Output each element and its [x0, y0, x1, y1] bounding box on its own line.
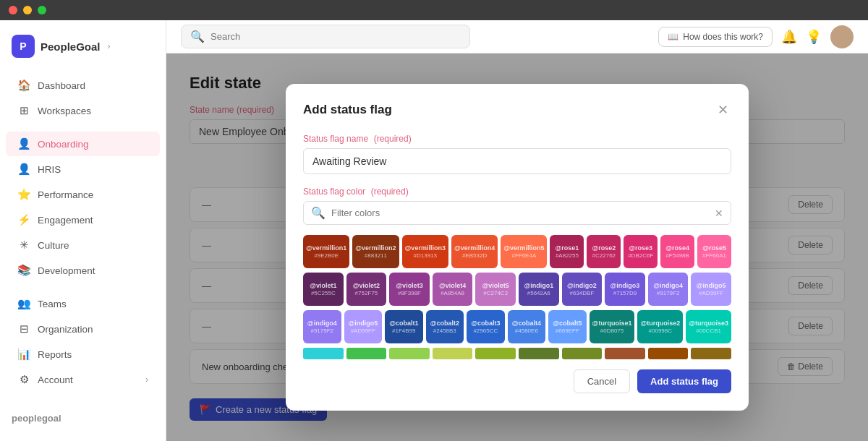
- reports-icon: 📊: [17, 348, 30, 361]
- sidebar-item-label: HRIS: [38, 164, 61, 175]
- color-swatch[interactable]: @indigo2#634DBF: [562, 273, 603, 306]
- add-status-flag-modal: Add status flag ✕ Status flag name (requ…: [286, 84, 749, 411]
- nav-section-apps: 👤 Onboarding 👤 HRIS ⭐ Performance ⚡ Enga…: [0, 132, 166, 283]
- brand-logo: P: [12, 35, 35, 58]
- book-icon: 📖: [668, 32, 678, 42]
- app-container: P PeopleGoal › 🏠 Dashboard ⊞ Workspaces …: [0, 20, 868, 441]
- sidebar-item-onboarding[interactable]: 👤 Onboarding: [6, 132, 160, 156]
- color-swatch[interactable]: @vermillion4#EB532D: [451, 235, 498, 268]
- modal-close-button[interactable]: ✕: [714, 101, 731, 119]
- how-does-button[interactable]: 📖 How does this work?: [658, 27, 773, 47]
- color-swatch[interactable]: @indigo3#7157D9: [605, 273, 645, 306]
- color-swatch[interactable]: @violet5#C274C2: [475, 273, 516, 306]
- color-swatch[interactable]: @rose5#FF66A1: [697, 235, 731, 268]
- color-grid-row3: @indigo4#9179F2@indigo5#AD99FF@cobalt1#1…: [303, 310, 731, 343]
- topbar: 🔍 📖 How does this work? 🔔 💡: [166, 20, 868, 53]
- color-swatch[interactable]: @indigo4#9179F2: [648, 273, 689, 306]
- sidebar-item-label: Engagement: [38, 215, 93, 226]
- sidebar-item-hris[interactable]: 👤 HRIS: [6, 157, 160, 181]
- maximize-button[interactable]: [38, 6, 46, 14]
- color-swatch[interactable]: @violet3#8F398F: [389, 273, 430, 306]
- strip-color-swatch[interactable]: [562, 348, 603, 359]
- sidebar-item-development[interactable]: 📚 Development: [6, 258, 160, 283]
- sidebar-item-reports[interactable]: 📊 Reports: [6, 342, 160, 367]
- sidebar-item-organization[interactable]: ⊟ Organization: [6, 317, 160, 341]
- color-swatch[interactable]: @cobalt4#4580E6: [508, 310, 546, 343]
- color-field-label: Status flag color (required): [303, 186, 731, 197]
- sidebar-item-label: Performance: [38, 189, 93, 200]
- strip-color-swatch[interactable]: [475, 348, 516, 359]
- color-swatch[interactable]: @cobalt2#2458B3: [426, 310, 464, 343]
- sidebar-item-engagement[interactable]: ⚡ Engagement: [6, 207, 160, 232]
- strip-color-swatch[interactable]: [346, 348, 387, 359]
- color-swatch[interactable]: @turquoise1#0D8075: [590, 310, 635, 343]
- sidebar-item-performance[interactable]: ⭐ Performance: [6, 182, 160, 207]
- search-input[interactable]: [210, 31, 461, 42]
- color-swatch[interactable]: @cobalt1#1F4B99: [385, 310, 423, 343]
- strip-color-swatch[interactable]: [648, 348, 689, 359]
- teams-icon: 👥: [17, 297, 30, 310]
- strip-color-swatch[interactable]: [389, 348, 430, 359]
- color-swatch[interactable]: @cobalt3#2965CC: [467, 310, 505, 343]
- sidebar-item-label: Teams: [38, 299, 67, 309]
- color-swatch[interactable]: @rose1#A82255: [550, 235, 584, 268]
- lightbulb-icon[interactable]: 💡: [806, 29, 822, 45]
- sidebar-item-workspaces[interactable]: ⊞ Workspaces: [6, 98, 160, 123]
- modal-footer: Cancel Add status flag: [303, 369, 731, 393]
- color-swatch[interactable]: @rose4#F5498B: [660, 235, 694, 268]
- strip-color-swatch[interactable]: [691, 348, 731, 359]
- strip-color-swatch[interactable]: [519, 348, 559, 359]
- flag-name-input[interactable]: [303, 148, 731, 174]
- sidebar-item-dashboard[interactable]: 🏠 Dashboard: [6, 73, 160, 98]
- color-swatch[interactable]: @indigo5#AD99FF: [691, 273, 731, 306]
- color-swatch[interactable]: @rose2#C22762: [587, 235, 621, 268]
- color-swatch[interactable]: @turquoise3#00CCB1: [686, 310, 731, 343]
- search-icon: 🔍: [190, 30, 205, 43]
- modal-header: Add status flag ✕: [303, 101, 731, 119]
- color-filter-input[interactable]: [331, 207, 709, 218]
- avatar[interactable]: [830, 25, 854, 48]
- color-swatch[interactable]: @violet4#A854A8: [433, 273, 473, 306]
- sidebar-footer: peoplegoal: [0, 404, 166, 432]
- minimize-button[interactable]: [23, 6, 32, 14]
- workspaces-icon: ⊞: [17, 104, 30, 117]
- sidebar-item-culture[interactable]: ✳ Culture: [6, 233, 160, 257]
- color-swatch[interactable]: @rose3#DB2C6F: [624, 235, 658, 268]
- filter-search-icon: 🔍: [311, 206, 326, 220]
- sidebar-item-label: Reports: [38, 349, 72, 360]
- sidebar-item-label: Organization: [38, 324, 93, 335]
- cancel-button[interactable]: Cancel: [574, 369, 630, 393]
- color-swatch[interactable]: @violet1#5C255C: [303, 273, 344, 306]
- color-swatch[interactable]: @indigo5#AD99FF: [344, 310, 383, 343]
- sidebar-item-account[interactable]: ⚙ Account ›: [6, 367, 160, 392]
- brand-area[interactable]: P PeopleGoal ›: [0, 29, 166, 69]
- color-swatch[interactable]: @indigo4#9179F2: [303, 310, 341, 343]
- color-filter-row: 🔍 ✕: [303, 201, 731, 225]
- color-grid: @vermillion1#9E2B0E@vermillion2#883211@v…: [303, 235, 731, 268]
- brand-name: PeopleGoal: [41, 40, 101, 53]
- search-box[interactable]: 🔍: [181, 25, 470, 48]
- notification-icon[interactable]: 🔔: [781, 29, 797, 45]
- color-filter-clear-button[interactable]: ✕: [715, 207, 723, 219]
- performance-icon: ⭐: [17, 188, 30, 201]
- engagement-icon: ⚡: [17, 213, 30, 226]
- color-swatch[interactable]: @vermillion5#FF6E4A: [501, 235, 547, 268]
- color-swatch[interactable]: @cobalt5#669EFF: [548, 310, 587, 343]
- close-button[interactable]: [9, 6, 17, 14]
- color-swatch[interactable]: @vermillion2#883211: [352, 235, 399, 268]
- sidebar-item-teams[interactable]: 👥 Teams: [6, 291, 160, 316]
- culture-icon: ✳: [17, 239, 30, 252]
- sidebar-item-label: Development: [38, 265, 95, 276]
- color-swatch[interactable]: @turquoise2#00998C: [637, 310, 683, 343]
- nav-section-manage: 👥 Teams ⊟ Organization 📊 Reports ⚙ Accou…: [0, 291, 166, 392]
- strip-color-swatch[interactable]: [433, 348, 473, 359]
- strip-color-swatch[interactable]: [303, 348, 344, 359]
- add-status-flag-button[interactable]: Add status flag: [637, 369, 731, 393]
- color-swatch[interactable]: @vermillion3#D13913: [402, 235, 448, 268]
- strip-color-swatch[interactable]: [605, 348, 645, 359]
- color-swatch[interactable]: @violet2#752F75: [346, 273, 387, 306]
- color-swatch[interactable]: @indigo1#5642A6: [519, 273, 559, 306]
- color-swatch[interactable]: @vermillion1#9E2B0E: [303, 235, 349, 268]
- development-icon: 📚: [17, 264, 30, 277]
- sidebar: P PeopleGoal › 🏠 Dashboard ⊞ Workspaces …: [0, 20, 166, 441]
